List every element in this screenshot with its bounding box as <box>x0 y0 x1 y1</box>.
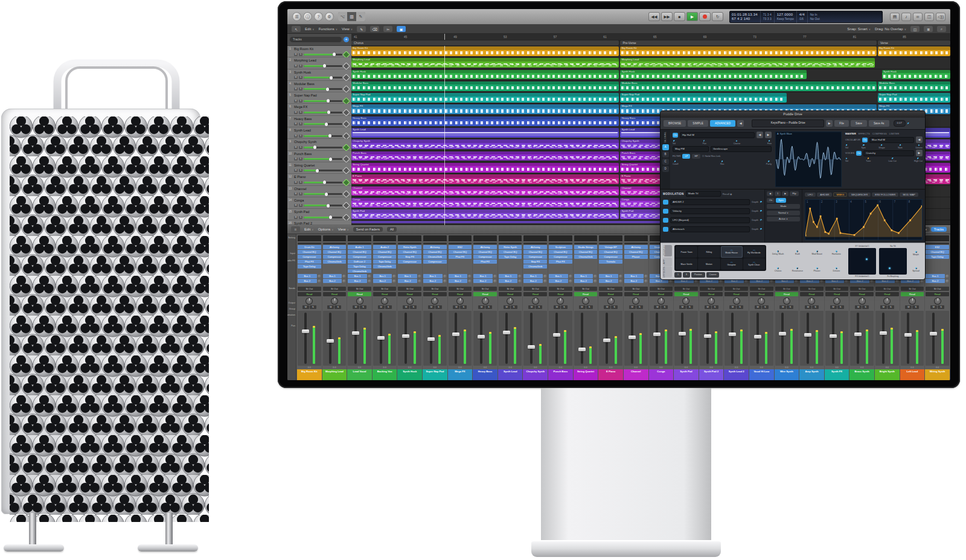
automation-mode-button[interactable]: Read <box>624 292 648 296</box>
input-slot[interactable]: ES2 <box>926 245 949 249</box>
output-slot[interactable]: St Out <box>875 287 899 291</box>
arrange-track-lane[interactable] <box>351 69 950 81</box>
channel-name-label[interactable]: Lead Vocal <box>347 369 372 380</box>
pan-knob[interactable] <box>849 296 874 305</box>
mod-source-dropdown[interactable]: Aftertouch <box>670 226 750 232</box>
output-slot[interactable]: St Out <box>674 287 698 291</box>
solo-button[interactable]: S <box>888 305 894 309</box>
plugin-window-title[interactable]: Puddle Drive <box>661 111 925 118</box>
output-slot[interactable]: St Out <box>926 287 949 291</box>
mseg-option-dropdown[interactable]: Normal ∨ <box>767 211 800 215</box>
volume-thumb[interactable] <box>327 110 330 114</box>
send-knob[interactable] <box>392 275 396 278</box>
input-slot[interactable]: Alchemy <box>423 245 447 249</box>
track-header[interactable]: 11String QuartetMS <box>287 162 351 174</box>
send-slot[interactable]: Bus 2 <box>323 279 342 283</box>
pan-knob[interactable] <box>699 296 724 305</box>
track-header[interactable]: 5Super Nap PadMS <box>287 92 351 104</box>
volume-slider[interactable] <box>304 193 342 195</box>
volume-slider[interactable] <box>304 205 342 206</box>
pad-footer-button[interactable]: 8 <box>683 272 690 278</box>
mute-button[interactable]: M <box>294 181 298 184</box>
channel-name-label[interactable]: Brass Synth <box>849 369 874 380</box>
mute-button[interactable]: M <box>604 305 610 309</box>
fx-insert-slot[interactable]: Tape Delay <box>298 264 321 269</box>
send-slot[interactable]: Bus 1 <box>523 274 543 278</box>
mute-button[interactable]: M <box>294 192 298 196</box>
volume-thumb[interactable] <box>327 99 330 103</box>
automation-mode-button[interactable]: Read <box>423 292 447 296</box>
shape-knob[interactable]: Shape <box>878 144 884 149</box>
pan-knob[interactable] <box>775 296 799 305</box>
mod-tab-mseg[interactable]: MSEG <box>833 192 847 197</box>
send-slot[interactable]: Bus 2 <box>875 279 895 283</box>
mute-button[interactable]: M <box>453 305 459 309</box>
send-knob[interactable] <box>569 279 572 283</box>
output-slot[interactable]: St Out <box>523 287 547 291</box>
input-slot[interactable]: Drum Kit <box>298 245 321 249</box>
fader[interactable] <box>373 311 397 366</box>
mod-tab-ahdsr[interactable]: AHDSR <box>817 192 832 197</box>
delay-wash-knob[interactable]: Delay Wash <box>772 250 784 255</box>
knob[interactable] <box>907 122 909 124</box>
solo-button[interactable]: S <box>536 305 542 309</box>
low-cut-knob[interactable]: Low Cut <box>889 158 897 162</box>
lcd-display[interactable]: 01:01:28:13.34 67 4 2 140 71 3 4 73 3 3 … <box>729 11 883 23</box>
mute-button[interactable]: M <box>294 204 298 207</box>
solo-button[interactable]: S <box>299 135 302 138</box>
volume-thumb[interactable] <box>313 145 316 149</box>
preset-next-icon[interactable]: ▶ <box>826 120 833 127</box>
input-slot[interactable]: Audio 2 <box>373 245 397 249</box>
fader-cap[interactable] <box>704 334 711 338</box>
send-knob[interactable] <box>795 279 798 283</box>
solo-button[interactable]: S <box>299 216 302 219</box>
send-slot[interactable]: Bus 2 <box>825 279 845 283</box>
solo-button[interactable]: S <box>686 305 693 309</box>
solo-button[interactable]: S <box>299 204 302 207</box>
mixer-menu-view[interactable]: View∨ <box>338 228 349 231</box>
solo-button[interactable]: S <box>837 305 844 309</box>
arrangement-marker-pre-verse[interactable]: Pre-Verse <box>620 40 877 45</box>
pad-footer-button[interactable]: Position <box>691 272 705 278</box>
send-slot[interactable]: Bus 2 <box>574 279 593 283</box>
fader-cap[interactable] <box>653 332 661 336</box>
mod-tab-sequencer[interactable]: SEQUENCER <box>848 192 871 197</box>
pan-knob[interactable] <box>825 296 849 305</box>
volume-slider[interactable] <box>304 88 342 90</box>
eq-thumbnail[interactable] <box>449 235 472 242</box>
output-slot[interactable]: St Out <box>549 287 572 291</box>
input-slot[interactable]: Alchemy <box>323 245 347 249</box>
channel-strip[interactable]: ES2Channel EQTape DelayBus 1Bus 2St OutR… <box>925 235 950 380</box>
edit-tool-icon-2[interactable]: ✂ <box>383 26 392 32</box>
volume-thumb[interactable] <box>329 158 332 161</box>
eq-thumbnail[interactable] <box>348 235 371 242</box>
fader[interactable] <box>875 311 899 366</box>
send-slot[interactable]: Bus 2 <box>449 279 468 283</box>
send-slot[interactable]: Bus 1 <box>624 274 644 278</box>
automation-mode-button[interactable]: Read <box>298 292 321 296</box>
send-slot[interactable]: Bus 2 <box>724 279 744 283</box>
fader[interactable] <box>700 311 723 366</box>
fader-cap[interactable] <box>754 335 761 339</box>
fx-insert-slot[interactable]: Channel EQ <box>926 250 949 254</box>
channel-name-label[interactable]: Wiring Synth <box>925 369 950 380</box>
fader[interactable] <box>398 311 421 366</box>
solo-button[interactable]: S <box>661 305 668 309</box>
fx-insert-slot[interactable]: Channel EQ <box>323 250 347 254</box>
fader[interactable] <box>549 311 572 366</box>
play-button[interactable]: ▶ <box>686 12 698 21</box>
tracklist-filter[interactable]: Tracks <box>290 37 342 42</box>
send-knob[interactable] <box>342 275 346 278</box>
fx-insert-slot[interactable]: Compressor <box>523 255 547 259</box>
input-slot[interactable]: Alchemy <box>473 245 497 249</box>
channel-name-label[interactable]: Mega FX <box>448 369 473 380</box>
volume-thumb[interactable] <box>325 192 328 196</box>
automation-mode-button[interactable]: Read <box>499 292 522 296</box>
volume-slider[interactable] <box>304 100 342 102</box>
fader[interactable] <box>750 311 773 366</box>
output-slot[interactable]: St Out <box>574 287 598 291</box>
source-select-c[interactable]: C <box>662 159 669 165</box>
solo-button[interactable]: S <box>299 181 302 184</box>
mute-button[interactable]: M <box>353 305 359 309</box>
automation-mode-button[interactable]: Read <box>926 292 949 296</box>
